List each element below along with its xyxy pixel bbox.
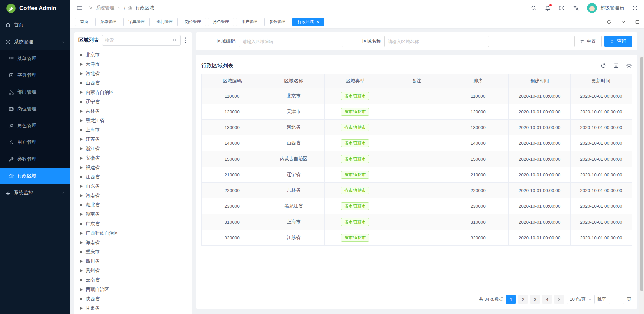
- tree-node[interactable]: 广东省: [74, 219, 192, 229]
- collapse-sidebar-icon[interactable]: [76, 5, 83, 11]
- table-row[interactable]: 130000 河北省 省市/直辖市 130000 2020-10-01 00:0…: [202, 120, 632, 135]
- tab[interactable]: 用户管理: [236, 18, 262, 26]
- tree-node[interactable]: 江苏省: [74, 135, 192, 144]
- caret-right-icon[interactable]: [80, 147, 83, 150]
- tree-node[interactable]: 山西省: [74, 78, 192, 88]
- page-number-button[interactable]: 2: [518, 295, 528, 304]
- tree-node[interactable]: 海南省: [74, 238, 192, 247]
- header-search-button[interactable]: [531, 5, 537, 11]
- sidebar-item-department-management[interactable]: 部门管理: [0, 84, 70, 101]
- close-icon[interactable]: [316, 20, 319, 23]
- tree-node[interactable]: 辽宁省: [74, 97, 192, 107]
- caret-right-icon[interactable]: [80, 307, 83, 310]
- next-page-button[interactable]: [554, 295, 564, 304]
- tree-node[interactable]: 贵州省: [74, 266, 192, 275]
- caret-right-icon[interactable]: [80, 223, 83, 225]
- page-size-select[interactable]: 10 条/页: [567, 295, 595, 304]
- tree-node[interactable]: 西藏自治区: [74, 285, 192, 294]
- tab-options-button[interactable]: [616, 16, 630, 28]
- tab[interactable]: 部门管理: [152, 18, 178, 26]
- tree-node[interactable]: 四川省: [74, 257, 192, 266]
- column-header[interactable]: 排序: [447, 74, 509, 88]
- row-height-icon[interactable]: [613, 63, 619, 69]
- fullscreen-button[interactable]: [559, 5, 565, 11]
- column-settings-gear-icon[interactable]: [626, 63, 632, 69]
- tree-node[interactable]: 河北省: [74, 69, 192, 78]
- tree-node[interactable]: 重庆市: [74, 247, 192, 257]
- sidebar-item-system-management[interactable]: 系统管理: [0, 34, 70, 50]
- tree-search-input[interactable]: [102, 35, 169, 46]
- caret-right-icon[interactable]: [80, 194, 83, 197]
- language-switch-button[interactable]: [573, 5, 579, 11]
- caret-right-icon[interactable]: [80, 260, 83, 263]
- scrollbar-thumb[interactable]: [640, 57, 643, 291]
- refresh-icon[interactable]: [600, 63, 606, 69]
- tree-node[interactable]: 天津市: [74, 60, 192, 69]
- caret-right-icon[interactable]: [80, 213, 83, 216]
- caret-right-icon[interactable]: [80, 166, 83, 169]
- tree-node[interactable]: 湖北省: [74, 200, 192, 210]
- region-code-input[interactable]: [239, 36, 343, 47]
- vertical-scrollbar[interactable]: [639, 56, 644, 314]
- table-row[interactable]: 110000 北京市 省市/直辖市 110000 2020-10-01 00:0…: [202, 88, 632, 104]
- column-header[interactable]: 区域类型: [324, 74, 386, 88]
- tree-node[interactable]: 黑龙江省: [74, 116, 192, 125]
- caret-right-icon[interactable]: [80, 101, 83, 103]
- tree-more-menu-button[interactable]: [184, 37, 188, 44]
- tree-node[interactable]: 湖南省: [74, 210, 192, 219]
- table-row[interactable]: 120000 天津市 省市/直辖市 120000 2020-10-01 00:0…: [202, 104, 632, 120]
- caret-right-icon[interactable]: [80, 288, 83, 291]
- page-number-button[interactable]: 1: [506, 295, 516, 304]
- caret-right-icon[interactable]: [80, 82, 83, 84]
- column-header[interactable]: 备注: [386, 74, 447, 88]
- sidebar-item-menu-management[interactable]: 菜单管理: [0, 50, 70, 67]
- caret-right-icon[interactable]: [80, 279, 83, 281]
- content-fullscreen-button[interactable]: [630, 16, 644, 28]
- breadcrumb-section[interactable]: 系统管理: [96, 5, 114, 11]
- sidebar-item-home[interactable]: 首页: [0, 17, 70, 34]
- caret-right-icon[interactable]: [80, 157, 83, 160]
- username-label[interactable]: 超级管理员: [600, 5, 624, 11]
- tab[interactable]: 参数管理: [264, 18, 290, 26]
- settings-button[interactable]: [632, 5, 638, 11]
- tree-node[interactable]: 吉林省: [74, 107, 192, 116]
- caret-right-icon[interactable]: [80, 269, 83, 272]
- column-header[interactable]: 区域名称: [263, 74, 324, 88]
- tab[interactable]: 首页: [75, 18, 93, 26]
- tree-node[interactable]: 浙江省: [74, 144, 192, 153]
- tree-node[interactable]: 福建省: [74, 163, 192, 172]
- caret-right-icon[interactable]: [80, 298, 83, 300]
- tree-node[interactable]: 内蒙古自治区: [74, 88, 192, 97]
- sidebar-item-parameter-management[interactable]: 参数管理: [0, 151, 70, 168]
- sidebar-item-dict-management[interactable]: 字典管理: [0, 67, 70, 84]
- reset-button[interactable]: 重置: [574, 36, 602, 47]
- tab-active-admin-region[interactable]: 行政区域: [292, 18, 324, 26]
- table-row[interactable]: 150000 内蒙古自治区 省市/直辖市 150000 2020-10-01 0…: [202, 151, 632, 167]
- caret-right-icon[interactable]: [80, 129, 83, 131]
- column-header[interactable]: 区域编码: [202, 74, 263, 88]
- caret-right-icon[interactable]: [80, 185, 83, 188]
- caret-right-icon[interactable]: [80, 63, 83, 66]
- tree-node[interactable]: 陕西省: [74, 294, 192, 304]
- tree-node[interactable]: 江西省: [74, 172, 192, 182]
- tree-node[interactable]: 上海市: [74, 125, 192, 135]
- table-row[interactable]: 220000 吉林省 省市/直辖市 220000 2020-10-01 00:0…: [202, 183, 632, 198]
- caret-right-icon[interactable]: [80, 54, 83, 56]
- sidebar-item-post-management[interactable]: 岗位管理: [0, 101, 70, 117]
- column-header[interactable]: 创建时间: [509, 74, 570, 88]
- caret-right-icon[interactable]: [80, 251, 83, 253]
- caret-right-icon[interactable]: [80, 110, 83, 113]
- sidebar-item-role-management[interactable]: 角色管理: [0, 117, 70, 134]
- caret-right-icon[interactable]: [80, 232, 83, 235]
- table-row[interactable]: 140000 山西省 省市/直辖市 140000 2020-10-01 00:0…: [202, 135, 632, 151]
- page-number-button[interactable]: 3: [530, 295, 540, 304]
- caret-right-icon[interactable]: [80, 91, 83, 94]
- tree-node[interactable]: 河南省: [74, 191, 192, 200]
- tree-node[interactable]: 山东省: [74, 182, 192, 191]
- notification-button[interactable]: [545, 5, 551, 11]
- tree-node[interactable]: 北京市: [74, 50, 192, 60]
- table-row[interactable]: 230000 黑龙江省 省市/直辖市 230000 2020-10-01 00:…: [202, 198, 632, 214]
- tree-search-button[interactable]: [169, 35, 181, 46]
- caret-right-icon[interactable]: [80, 241, 83, 244]
- refresh-tab-button[interactable]: [602, 16, 616, 28]
